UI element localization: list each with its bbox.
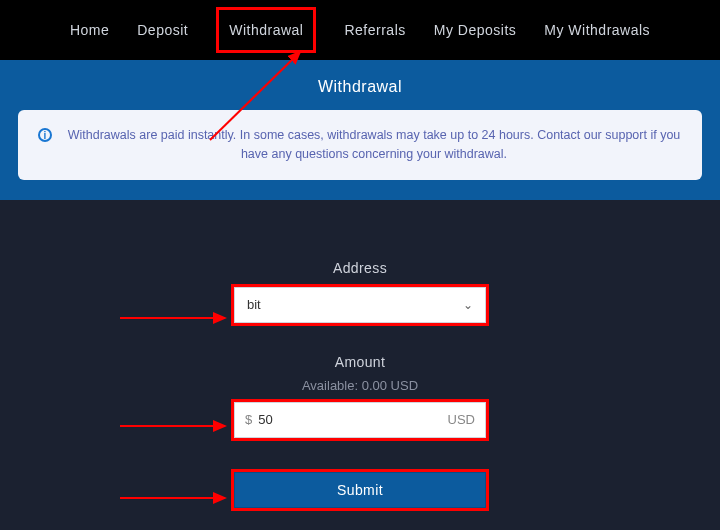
address-field-block: Address bit ⌄: [231, 260, 489, 326]
header-strip: Withdrawal i Withdrawals are paid instan…: [0, 60, 720, 200]
amount-label: Amount: [231, 354, 489, 370]
submit-block: Submit: [231, 469, 489, 511]
withdrawal-form: Address bit ⌄ Amount Available: 0.00 USD…: [0, 200, 720, 531]
highlight-box-address: bit ⌄: [231, 284, 489, 326]
amount-input-wrap: $ USD: [234, 402, 486, 438]
top-nav: Home Deposit Withdrawal Referrals My Dep…: [0, 0, 720, 60]
nav-my-deposits[interactable]: My Deposits: [434, 22, 517, 38]
notice-box: i Withdrawals are paid instantly. In som…: [18, 110, 702, 180]
currency-prefix: $: [245, 412, 252, 427]
amount-field-block: Amount Available: 0.00 USD $ USD: [231, 354, 489, 441]
available-text: Available: 0.00 USD: [231, 378, 489, 393]
nav-my-withdrawals[interactable]: My Withdrawals: [544, 22, 650, 38]
address-select[interactable]: bit ⌄: [234, 287, 486, 323]
notice-text: Withdrawals are paid instantly. In some …: [66, 126, 682, 164]
address-label: Address: [231, 260, 489, 276]
highlight-box-amount: $ USD: [231, 399, 489, 441]
nav-home[interactable]: Home: [70, 22, 109, 38]
highlight-box-submit: Submit: [231, 469, 489, 511]
submit-button[interactable]: Submit: [234, 472, 486, 508]
address-select-value: bit: [247, 297, 463, 312]
page-title: Withdrawal: [18, 78, 702, 96]
chevron-down-icon: ⌄: [463, 298, 473, 312]
currency-suffix: USD: [448, 412, 475, 427]
info-icon: i: [38, 128, 52, 142]
highlight-box-nav: Withdrawal: [216, 7, 316, 53]
nav-deposit[interactable]: Deposit: [137, 22, 188, 38]
nav-referrals[interactable]: Referrals: [344, 22, 405, 38]
nav-withdrawal[interactable]: Withdrawal: [229, 22, 303, 38]
amount-input[interactable]: [252, 412, 447, 427]
